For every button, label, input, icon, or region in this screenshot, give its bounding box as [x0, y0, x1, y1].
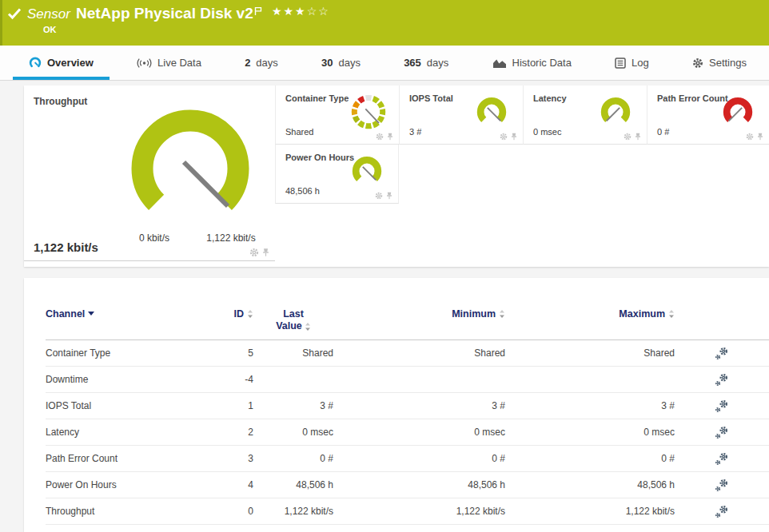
table-row[interactable]: Path Error Count 3 0 # 0 # 0 #	[46, 446, 769, 472]
table-row[interactable]: Container Type 5 Shared Shared Shared	[46, 340, 769, 367]
settings-gear-icon	[692, 58, 703, 69]
id-cell: 5	[225, 347, 253, 359]
gauge-tile-throughput[interactable]: Throughput 0 kbit/s 1,122 kbit/s 1,122 k…	[24, 85, 275, 261]
gear-icon[interactable]	[624, 133, 632, 141]
minimum-cell: 0 msec	[333, 427, 505, 438]
column-header-last-value[interactable]: Last Value	[253, 308, 333, 339]
tile-actions	[375, 192, 392, 200]
id-cell: 3	[225, 453, 253, 464]
edit-channel-icon[interactable]	[715, 399, 729, 413]
tab-settings[interactable]: Settings	[687, 46, 751, 80]
gauge-tile-iops-total[interactable]: IOPS Total 3 #	[399, 85, 523, 145]
edit-channel-icon[interactable]	[715, 373, 729, 387]
sensor-header: Sensor NetApp Physical Disk v2 ★★★☆☆ OK	[0, 0, 769, 46]
gauge-scale-max: 1,122 kbit/s	[191, 232, 271, 244]
pin-icon[interactable]	[511, 133, 517, 141]
edit-channel-icon[interactable]	[715, 452, 729, 466]
channel-name-cell: Throughput	[46, 506, 225, 517]
last-value-cell: 3 #	[253, 400, 333, 411]
stars-filled: ★★★	[272, 5, 307, 18]
pin-icon[interactable]	[262, 248, 269, 257]
channel-name-cell: Power On Hours	[46, 479, 225, 490]
object-kind-label: Sensor	[27, 6, 70, 22]
gear-icon[interactable]	[746, 133, 754, 141]
channel-name-cell: Downtime	[46, 374, 225, 385]
stars-empty: ☆☆	[307, 5, 330, 18]
gauge-title: Latency	[533, 93, 567, 103]
table-row[interactable]: Latency 2 0 msec 0 msec 0 msec	[46, 419, 769, 446]
gauge-value: 1,122 kbit/s	[34, 240, 98, 254]
gear-icon[interactable]	[376, 133, 384, 141]
column-header-id[interactable]: ID	[225, 308, 253, 339]
gauge-tile-power-on-hours[interactable]: Power On Hours 48,506 h	[275, 145, 399, 204]
edit-channel-icon[interactable]	[715, 347, 729, 360]
tab-live-data[interactable]: Live Data	[132, 46, 206, 80]
gauge-scale-min: 0 kbit/s	[114, 232, 194, 244]
column-header-channel[interactable]: Channel	[46, 308, 225, 339]
tab-2-days-label: days	[256, 57, 277, 69]
minimum-cell: 3 #	[333, 400, 505, 411]
sort-icon	[499, 309, 505, 319]
pin-icon[interactable]	[635, 133, 641, 141]
path-error-gauge	[717, 93, 759, 133]
gauge-tile-latency[interactable]: Latency 0 msec	[523, 85, 647, 145]
edit-channel-icon[interactable]	[715, 505, 729, 518]
iops-gauge	[471, 93, 512, 133]
table-row[interactable]: IOPS Total 1 3 # 3 # 3 #	[46, 393, 769, 419]
tab-log[interactable]: Log	[610, 46, 654, 80]
tab-historic-data[interactable]: Historic Data	[488, 46, 576, 80]
gauge-icon	[29, 57, 42, 69]
live-data-icon	[137, 58, 152, 69]
column-header-maximum[interactable]: Maximum	[505, 308, 675, 339]
edit-channel-icon[interactable]	[715, 478, 729, 492]
pin-icon[interactable]	[386, 192, 392, 200]
table-row[interactable]: Downtime -4	[46, 367, 769, 393]
column-header-maximum-label: Maximum	[619, 308, 665, 320]
tab-overview[interactable]: Overview	[24, 46, 98, 80]
tab-2-days-num: 2	[245, 57, 250, 69]
last-value-cell: 1,122 kbit/s	[253, 506, 333, 517]
column-header-minimum-label: Minimum	[452, 308, 496, 320]
pin-icon[interactable]	[387, 133, 393, 141]
gauge-needle	[184, 162, 228, 206]
header-edge	[0, 0, 2, 46]
gauge-value: 3 #	[409, 127, 421, 137]
edit-channel-icon[interactable]	[715, 426, 729, 439]
table-row[interactable]: Throughput 0 1,122 kbit/s 1,122 kbit/s 1…	[46, 498, 769, 525]
id-cell: 1	[225, 400, 253, 411]
table-row[interactable]: Power On Hours 4 48,506 h 48,506 h 48,50…	[46, 472, 769, 498]
gauge-needle	[488, 108, 500, 121]
tile-actions	[249, 248, 269, 257]
id-cell: 4	[225, 479, 253, 490]
gauges-panel: Throughput 0 kbit/s 1,122 kbit/s 1,122 k…	[24, 85, 769, 267]
channel-name-cell: Container Type	[46, 347, 225, 359]
gauge-tile-container-type[interactable]: Container Type Shared	[275, 85, 399, 145]
power-on-hours-gauge	[346, 152, 388, 192]
tab-2-days[interactable]: 2 days	[240, 46, 283, 80]
sort-icon	[305, 322, 311, 332]
last-value-cell: 0 #	[253, 453, 333, 464]
gauge-needle	[607, 108, 620, 121]
gear-icon[interactable]	[375, 192, 383, 200]
id-cell: -4	[225, 374, 253, 385]
gauge-tile-path-error-count[interactable]: Path Error Count 0 #	[647, 85, 769, 145]
tab-365-days[interactable]: 365 days	[399, 46, 453, 80]
tab-historic-data-label: Historic Data	[512, 57, 572, 69]
channel-table-body: Container Type 5 Shared Shared Shared Do…	[46, 340, 769, 525]
historic-chart-icon	[492, 58, 507, 69]
channel-name-cell: IOPS Total	[46, 400, 225, 411]
last-value-cell: Shared	[253, 347, 333, 359]
sort-icon	[668, 309, 675, 319]
priority-stars[interactable]: ★★★☆☆	[272, 5, 330, 18]
gear-icon[interactable]	[500, 133, 508, 141]
pin-icon[interactable]	[757, 133, 763, 141]
gear-icon[interactable]	[249, 248, 259, 257]
flag-icon[interactable]	[254, 5, 262, 19]
tab-30-days-label: days	[338, 57, 360, 69]
column-header-minimum[interactable]: Minimum	[333, 308, 505, 339]
tab-30-days[interactable]: 30 days	[317, 46, 365, 80]
maximum-cell: 48,506 h	[505, 479, 675, 490]
container-type-gauge	[346, 91, 391, 136]
last-value-cell: 48,506 h	[253, 479, 333, 490]
maximum-cell: 0 #	[505, 453, 675, 464]
